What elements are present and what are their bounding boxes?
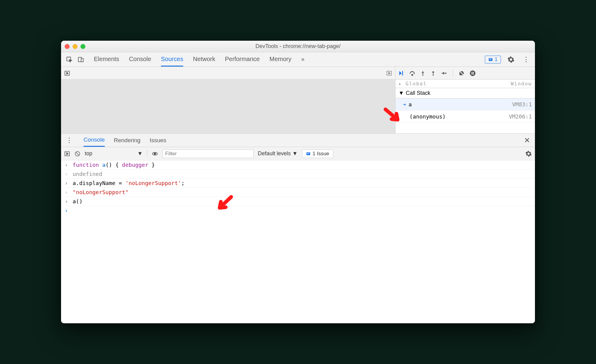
settings-gear-icon[interactable] <box>506 55 516 64</box>
svg-point-17 <box>154 153 156 155</box>
call-stack-label: Call Stack <box>406 90 430 96</box>
frame-location: VM83:1 <box>512 101 532 108</box>
drawer-tab-rendering[interactable]: Rendering <box>114 134 141 146</box>
debugger-sidebar: ▸ Global Window ▼ Call Stack ➔ a VM83:1 … <box>395 67 535 133</box>
console-input-line: a.displayName = 'noLongerSupport'; <box>61 179 535 188</box>
editor-toolbar <box>61 67 395 80</box>
pause-on-exceptions-icon[interactable] <box>469 70 476 77</box>
show-navigator-icon[interactable] <box>64 70 70 76</box>
console-toolbar: top ▼ Default levels ▼ 1 Issue <box>61 147 535 160</box>
svg-point-9 <box>433 74 434 75</box>
main-tab-bar: Elements Console Sources Network Perform… <box>61 52 535 67</box>
frame-name: (anonymous) <box>409 113 446 120</box>
input-prompt-icon <box>65 198 70 204</box>
console-output-line: undefined <box>61 170 535 179</box>
console-settings-gear-icon[interactable] <box>525 150 532 157</box>
issues-count: 1 <box>495 57 498 63</box>
issues-badge[interactable]: 1 <box>485 56 501 64</box>
step-out-icon[interactable] <box>430 70 436 77</box>
sources-editor-pane <box>61 67 395 133</box>
tab-network[interactable]: Network <box>193 53 215 67</box>
frame-name: a <box>409 101 412 108</box>
scope-global-row[interactable]: ▸ Global Window <box>396 80 535 88</box>
live-expression-icon[interactable] <box>152 150 158 157</box>
call-stack-header[interactable]: ▼ Call Stack <box>396 88 535 98</box>
step-icon[interactable] <box>440 70 447 77</box>
clear-console-icon[interactable] <box>74 151 80 157</box>
console-code: a() <box>73 198 83 204</box>
call-stack-frame[interactable]: ➔ a VM83:1 <box>396 98 535 111</box>
toolbar-separator <box>147 150 147 157</box>
inspect-element-icon[interactable] <box>65 55 74 64</box>
debugger-toolbar <box>396 67 535 80</box>
tabs-overflow-icon[interactable]: » <box>301 53 304 67</box>
svg-rect-12 <box>471 72 472 74</box>
input-prompt-icon <box>65 162 70 168</box>
console-code: a.displayName = 'noLongerSupport'; <box>73 180 184 186</box>
svg-rect-13 <box>473 72 474 74</box>
output-prompt-icon <box>65 171 70 177</box>
svg-point-8 <box>422 74 423 75</box>
deactivate-breakpoints-icon[interactable] <box>458 70 465 77</box>
svg-point-10 <box>445 72 447 74</box>
console-filter-input[interactable] <box>163 149 254 158</box>
current-frame-arrow-icon: ➔ <box>403 101 406 108</box>
frame-location: VM206:1 <box>509 113 532 120</box>
console-prompt-line[interactable] <box>61 206 535 215</box>
tab-console[interactable]: Console <box>129 53 151 67</box>
tab-performance[interactable]: Performance <box>225 53 260 67</box>
window-titlebar: DevTools - chrome://new-tab-page/ <box>61 41 535 52</box>
main-tabs: Elements Console Sources Network Perform… <box>94 53 304 67</box>
main-toolbar-right: 1 ⋮ <box>485 55 531 64</box>
call-stack-frame[interactable]: (anonymous) VM206:1 <box>396 111 535 123</box>
svg-rect-2 <box>81 58 83 62</box>
disclosure-triangle-icon: ▼ <box>399 90 404 96</box>
console-input-line: a() <box>61 197 535 206</box>
toolbar-separator <box>453 70 453 77</box>
drawer-tab-issues[interactable]: Issues <box>149 134 166 146</box>
tab-sources[interactable]: Sources <box>161 53 183 67</box>
svg-point-7 <box>412 74 413 75</box>
more-menu-icon[interactable]: ⋮ <box>521 56 531 64</box>
issue-icon <box>306 151 311 156</box>
devtools-window: DevTools - chrome://new-tab-page/ Elemen… <box>61 41 535 323</box>
execution-context-selector[interactable]: top ▼ <box>85 150 143 157</box>
console-result: "noLongerSupport" <box>73 189 128 195</box>
device-toolbar-icon[interactable] <box>76 55 85 64</box>
step-into-icon[interactable] <box>420 70 426 77</box>
window-title: DevTools - chrome://new-tab-page/ <box>61 43 535 50</box>
drawer-tab-bar: ⋮ Console Rendering Issues ✕ <box>61 134 535 147</box>
svg-point-11 <box>470 70 475 76</box>
tab-memory[interactable]: Memory <box>269 53 291 67</box>
drawer-tab-console[interactable]: Console <box>84 134 105 147</box>
dropdown-triangle-icon: ▼ <box>137 150 143 157</box>
issue-icon <box>488 57 493 62</box>
show-debugger-icon[interactable] <box>386 70 392 76</box>
close-drawer-icon[interactable]: ✕ <box>522 136 532 145</box>
step-over-icon[interactable] <box>409 70 416 77</box>
log-levels-selector[interactable]: Default levels ▼ <box>258 150 298 157</box>
drawer-menu-icon[interactable]: ⋮ <box>64 136 74 144</box>
console-output[interactable]: function a() { debugger } undefined a.di… <box>61 160 535 323</box>
svg-rect-6 <box>402 71 403 75</box>
console-sidebar-toggle-icon[interactable] <box>64 151 70 157</box>
active-prompt-icon <box>65 207 70 214</box>
console-result: undefined <box>73 171 102 177</box>
input-prompt-icon <box>65 180 70 186</box>
console-input-line: function a() { debugger } <box>61 160 535 170</box>
console-code: function a() { debugger } <box>73 162 155 168</box>
resume-icon[interactable] <box>398 70 405 77</box>
tab-elements[interactable]: Elements <box>94 53 119 67</box>
editor-empty-area <box>61 80 395 133</box>
output-prompt-icon <box>65 189 70 195</box>
console-output-line: "noLongerSupport" <box>61 188 535 197</box>
sources-panel: ▸ Global Window ▼ Call Stack ➔ a VM83:1 … <box>61 67 535 134</box>
console-issues-button[interactable]: 1 Issue <box>302 149 333 158</box>
